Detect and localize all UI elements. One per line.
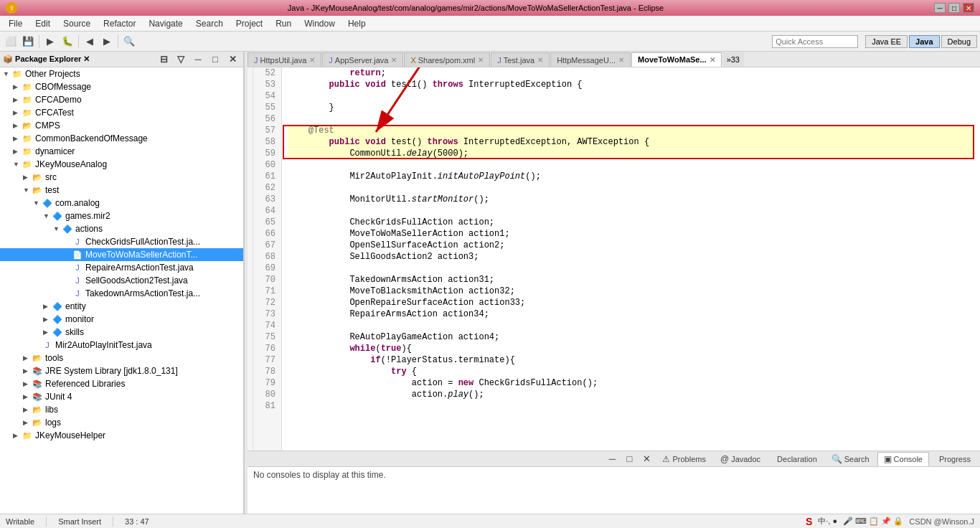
minimize-button[interactable]: ─ (934, 3, 946, 13)
code-line-61[interactable]: Mir2AutoPlayInit.initAutoPlayPoint(); (288, 171, 974, 182)
toolbar-new-btn[interactable]: ⬜ (3, 34, 19, 50)
code-line-70[interactable]: TakedownArmsAction action31; (288, 274, 974, 286)
tree-item-jkeymousehelper[interactable]: ▶📁JKeyMouseHelper (0, 429, 243, 442)
tree-item-cmps[interactable]: ▶📂CMPS (0, 119, 243, 132)
code-lines[interactable]: return; public void test1() throws Inter… (282, 67, 980, 451)
code-line-74[interactable] (288, 320, 974, 331)
tree-item-cfcatest[interactable]: ▶📁CFCATest (0, 106, 243, 119)
tree-item-com.analog[interactable]: ▼🔷com.analog (0, 197, 243, 209)
code-line-69[interactable] (288, 263, 974, 274)
bottom-tab-problems[interactable]: ⚠Problems (656, 452, 712, 466)
tree-item-junit4[interactable]: ▶📚JUnit 4 (0, 390, 243, 403)
tab-close-icon[interactable]: ✕ (478, 56, 484, 64)
code-line-66[interactable]: MoveToWoMaSellerAction action1; (288, 228, 974, 240)
quick-access-input[interactable] (772, 35, 858, 48)
tree-item-cfcademo[interactable]: ▶📁CFCADemo (0, 93, 243, 106)
toolbar-fwd-btn[interactable]: ▶ (99, 34, 115, 50)
menu-item-help[interactable]: Help (342, 17, 372, 30)
code-line-62[interactable] (288, 182, 974, 194)
tree-item-repairearms[interactable]: JRepaireArmsActionTest.java (0, 261, 243, 274)
bottom-tab-progress[interactable]: Progress (930, 452, 977, 466)
code-line-78[interactable]: try { (288, 366, 974, 377)
close-button[interactable]: ✕ (963, 3, 974, 13)
code-line-77[interactable]: if(!PlayerStatus.terminate){ (288, 354, 974, 366)
code-line-56[interactable] (288, 113, 974, 125)
toolbar-debug-btn[interactable]: 🐛 (60, 34, 75, 50)
code-line-79[interactable]: action = new CheckGridsFullAction(); (288, 377, 974, 389)
java-perspective-btn[interactable]: Java (909, 35, 939, 48)
toolbar-run-btn[interactable]: ▶ (42, 34, 58, 50)
tab-close-icon[interactable]: ✕ (618, 56, 624, 64)
bottom-tab-declaration[interactable]: Declaration (768, 452, 824, 466)
menu-item-project[interactable]: Project (230, 17, 268, 30)
tree-item-movetowoma[interactable]: 📄MoveToWoMaSellerActionT... (0, 248, 243, 261)
tree-item-test[interactable]: ▼📂test (0, 184, 243, 197)
menu-item-window[interactable]: Window (298, 17, 341, 30)
explorer-menu-btn[interactable]: ▽ (173, 52, 189, 67)
editor-tab-movetowoma[interactable]: MoveToWoMaSe...✕ (631, 52, 722, 67)
menu-item-file[interactable]: File (3, 17, 28, 30)
maximize-button[interactable]: □ (948, 3, 960, 13)
explorer-min-btn[interactable]: ─ (190, 52, 206, 67)
code-line-68[interactable]: SellGoodsAction2 action3; (288, 251, 974, 263)
code-line-63[interactable]: MonitorUtil.startMonitor(); (288, 194, 974, 205)
menu-item-run[interactable]: Run (270, 17, 297, 30)
java-ee-perspective-btn[interactable]: Java EE (865, 35, 908, 48)
tree-item-tools[interactable]: ▶📂tools (0, 352, 243, 364)
tree-item-monitor[interactable]: ▶🔷monitor (0, 313, 243, 326)
editor-tab-sharesperson[interactable]: XShares/pom.xml✕ (404, 52, 490, 67)
bottom-close-btn[interactable]: ✕ (639, 451, 654, 467)
tree-item-src[interactable]: ▶📂src (0, 171, 243, 184)
code-line-60[interactable] (288, 159, 974, 171)
tree-item-referencedlibraries[interactable]: ▶📚Referenced Libraries (0, 377, 243, 390)
tab-close-icon[interactable]: ✕ (391, 56, 397, 64)
editor-tab-testjava[interactable]: JTest.java✕ (491, 52, 550, 67)
menu-item-refactor[interactable]: Refactor (98, 17, 141, 30)
bottom-tab-javadoc[interactable]: @Javadoc (714, 452, 767, 466)
code-line-55[interactable]: } (288, 102, 974, 113)
tree-item-logs[interactable]: ▶📂logs (0, 416, 243, 429)
tree-item-checkgrids[interactable]: JCheckGridsFullActionTest.ja... (0, 235, 243, 248)
tree-item-cbofmessage[interactable]: ▶📁CBOfMessage (0, 80, 243, 93)
menu-item-source[interactable]: Source (57, 17, 96, 30)
tree-item-skills[interactable]: ▶🔷skills (0, 326, 243, 339)
tab-close-icon[interactable]: ✕ (710, 56, 715, 64)
tree-item-sellgoods[interactable]: JSellGoodsAction2Test.java (0, 274, 243, 287)
code-line-53[interactable]: public void test1() throws InterruptedEx… (288, 79, 974, 90)
code-line-67[interactable]: OpenSellSurfaceAction action2; (288, 240, 974, 251)
tab-close-icon[interactable]: ✕ (537, 56, 543, 64)
tree-item-commonbackendofmessage[interactable]: ▶📁CommonBackendOfMessage (0, 132, 243, 145)
code-line-59[interactable]: CommonUtil.delay(5000); (288, 148, 974, 159)
code-line-73[interactable]: RepaireArmsAction action34; (288, 308, 974, 320)
bottom-tab-console[interactable]: ▣Console (877, 452, 929, 466)
toolbar-save-btn[interactable]: 💾 (20, 34, 36, 50)
code-line-54[interactable] (288, 90, 974, 102)
menu-item-search[interactable]: Search (190, 17, 229, 30)
tree-item-mir2autoplaying[interactable]: JMir2AutoPlayInitTest.java (0, 339, 243, 352)
tree-item-actions[interactable]: ▼🔷actions (0, 222, 243, 235)
bottom-tab-search[interactable]: 🔍Search (825, 452, 876, 466)
code-line-72[interactable]: OpenRepaireSurfaceAction action33; (288, 297, 974, 308)
tree-item-jkeymouseanalog[interactable]: ▼📁JKeyMouseAnalog (0, 158, 243, 171)
tree-item-libs[interactable]: ▶📂libs (0, 403, 243, 416)
editor-tab-httpmessage[interactable]: HttpMessageU...✕ (550, 52, 631, 67)
code-line-80[interactable]: action.play(); (288, 389, 974, 400)
tab-close-icon[interactable]: ✕ (309, 56, 315, 64)
toolbar-search-btn[interactable]: 🔍 (121, 34, 137, 50)
bottom-maximize-btn[interactable]: □ (621, 451, 637, 467)
editor-tab-httpsutil[interactable]: JHttpsUtil.java✕ (248, 52, 321, 67)
code-line-75[interactable]: ReAutoPlayGameAction action4; (288, 331, 974, 343)
editor-tab-appserver[interactable]: JAppServer.java✕ (322, 52, 403, 67)
toolbar-back-btn[interactable]: ◀ (82, 34, 98, 50)
explorer-max-btn[interactable]: □ (207, 52, 223, 67)
code-line-57[interactable]: @Test (288, 125, 974, 136)
tree-item-takedown[interactable]: JTakedownArmsActionTest.ja... (0, 287, 243, 300)
code-editor[interactable]: 5253545556575859606162636465666768697071… (248, 67, 980, 451)
tree-item-dynamicer[interactable]: ▶📁dynamicer (0, 145, 243, 158)
menu-item-edit[interactable]: Edit (29, 17, 56, 30)
code-line-52[interactable]: return; (288, 67, 974, 79)
tree-item-jresystemlibrary[interactable]: ▶📚JRE System Library [jdk1.8.0_131] (0, 364, 243, 377)
code-line-76[interactable]: while(true){ (288, 343, 974, 354)
menu-item-navigate[interactable]: Navigate (143, 17, 188, 30)
explorer-collapse-btn[interactable]: ⊟ (156, 52, 171, 67)
